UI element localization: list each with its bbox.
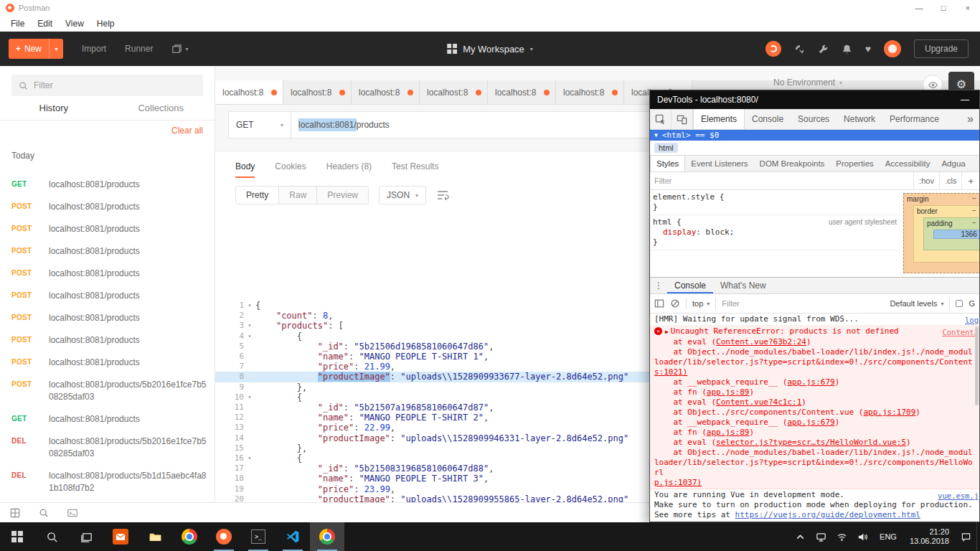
device-toolbar-button[interactable] — [672, 109, 693, 129]
source-link[interactable]: app.js:679 — [787, 377, 834, 387]
source-link[interactable]: s:1021) — [654, 367, 687, 377]
history-item[interactable]: POSTlocalhost:8081/products — [0, 329, 215, 352]
workspace-selector[interactable]: My Workspace ▾ — [447, 44, 533, 55]
import-button[interactable]: Import — [82, 44, 106, 54]
history-item[interactable]: POSTlocalhost:8081/products/5b2016e1fce7… — [0, 374, 215, 408]
source-link[interactable]: selector.js?type=scr…ts/HelloWorld.vue:5 — [716, 438, 906, 447]
source-link[interactable]: Content.vue?4c1c:1 — [716, 397, 801, 407]
minimize-button[interactable]: — — [955, 95, 975, 105]
source-link[interactable]: https://vuejs.org/guide/deployment.html — [735, 510, 920, 519]
new-button[interactable]: + New ▾ — [9, 39, 63, 59]
new-dropdown-caret-icon[interactable]: ▾ — [49, 39, 63, 59]
source-link[interactable]: app.js:679 — [787, 418, 834, 427]
open-new-window-button[interactable]: ▾ — [171, 44, 188, 55]
interceptor-satellite-icon[interactable] — [794, 44, 805, 55]
history-item[interactable]: GETlocalhost:8081/products — [0, 408, 215, 430]
expand-stack-icon[interactable]: ▶ — [665, 329, 669, 335]
grid-panel-icon[interactable] — [10, 508, 20, 518]
history-item[interactable]: GETlocalhost:8081/products — [0, 174, 215, 196]
environment-selector[interactable]: No Environment ▾ — [773, 77, 842, 88]
source-link[interactable]: Content.vue?63b2:24 — [716, 337, 806, 347]
console-tab-what-s-new[interactable]: What's New — [713, 278, 773, 293]
styles-tab-styles[interactable]: Styles — [650, 156, 685, 171]
taskbar-terminal-button[interactable]: >_ — [241, 522, 275, 551]
close-button[interactable]: × — [956, 0, 980, 16]
response-tab-cookies[interactable]: Cookies — [275, 161, 306, 176]
history-item[interactable]: POSTlocalhost:8081/products — [0, 240, 215, 263]
request-tab[interactable]: localhost:8 — [352, 80, 420, 104]
taskbar-chrome-button[interactable] — [172, 522, 207, 551]
menu-view[interactable]: View — [59, 19, 90, 29]
log-levels-selector[interactable]: Default levels ▾ — [890, 299, 943, 308]
message-source-link[interactable]: vue.esm.j — [938, 491, 979, 501]
response-tab-test-results[interactable]: Test Results — [392, 161, 438, 176]
taskbar-search-button[interactable] — [34, 522, 69, 551]
message-source-link[interactable]: Content… — [942, 327, 979, 337]
execution-context-selector[interactable]: top ▾ — [692, 299, 710, 308]
history-item[interactable]: POSTlocalhost:8081/products — [0, 218, 215, 240]
clear-all-link[interactable]: Clear all — [171, 126, 203, 136]
more-tabs-icon[interactable]: » — [961, 109, 979, 129]
request-tab[interactable]: localhost:8 — [283, 80, 352, 104]
wrench-icon[interactable] — [818, 44, 829, 55]
devtools-tab-network[interactable]: Network — [837, 109, 882, 129]
new-style-rule-button[interactable]: + — [961, 172, 979, 189]
console-tab-console[interactable]: Console — [667, 278, 713, 293]
view-mode-pretty[interactable]: Pretty — [236, 187, 279, 204]
history-item[interactable]: DELlocalhost:8081/products/5b2016e1fce7b… — [0, 430, 215, 465]
history-item[interactable]: POSTlocalhost:8081/products — [0, 196, 215, 218]
history-item[interactable]: POSTlocalhost:8081/products — [0, 285, 215, 307]
tray-clock[interactable]: 21:20 13.06.2018 — [903, 522, 956, 551]
history-item[interactable]: POSTlocalhost:8081/products — [0, 263, 215, 285]
inspect-element-button[interactable] — [650, 109, 672, 129]
language-selector[interactable]: JSON ▾ — [379, 186, 426, 204]
taskbar-postman-button[interactable] — [207, 522, 241, 551]
styles-tab-dom-breakpoints[interactable]: DOM Breakpoints — [754, 156, 831, 171]
style-rule[interactable]: user agent stylesheet html { display: bl… — [650, 215, 900, 250]
view-mode-raw[interactable]: Raw — [279, 187, 317, 204]
upgrade-button[interactable]: Upgrade — [914, 39, 969, 58]
menu-edit[interactable]: Edit — [31, 19, 59, 29]
console-sidebar-icon[interactable] — [654, 298, 664, 309]
history-item[interactable]: POSTlocalhost:8081/products — [0, 352, 215, 374]
request-tab[interactable]: localhost:8 — [488, 80, 556, 104]
response-tab-body[interactable]: Body — [235, 161, 255, 178]
css-property-name[interactable]: display — [663, 227, 696, 237]
clear-console-icon[interactable] — [670, 298, 680, 309]
styles-tab-accessibility[interactable]: Accessibility — [880, 156, 936, 171]
response-tab-headers-8-[interactable]: Headers (8) — [326, 161, 372, 176]
taskbar-mail-button[interactable] — [103, 522, 138, 551]
request-tab[interactable]: localhost:8 — [420, 80, 488, 104]
tab-collections[interactable]: Collections — [108, 96, 215, 120]
breadcrumb[interactable]: html — [654, 143, 678, 153]
show-desktop-button[interactable] — [976, 522, 980, 551]
tray-volume-icon[interactable] — [852, 522, 873, 551]
request-tab[interactable]: localhost:8 — [215, 80, 283, 104]
history-section-label[interactable]: Today — [0, 141, 215, 165]
wrap-lines-icon[interactable] — [436, 189, 449, 202]
menu-file[interactable]: File — [4, 19, 31, 29]
devtools-tab-console[interactable]: Console — [745, 109, 791, 129]
sync-icon[interactable] — [765, 41, 781, 57]
console-icon[interactable] — [67, 508, 77, 518]
group-similar-checkbox[interactable] — [956, 300, 963, 307]
message-source-link[interactable]: log — [965, 315, 979, 325]
runner-button[interactable]: Runner — [125, 44, 153, 54]
menu-help[interactable]: Help — [90, 19, 121, 29]
devtools-titlebar[interactable]: DevTools - localhost:8080/ — — [650, 90, 979, 109]
source-link[interactable]: app.js:1709 — [863, 408, 915, 417]
console-filter-input[interactable]: Filter — [722, 299, 884, 308]
tray-language[interactable]: ENG — [873, 522, 903, 551]
history-item[interactable]: DELlocalhost:8081/products/5b1d15aebc4fa… — [0, 465, 215, 499]
styles-filter-input[interactable]: Filter — [654, 176, 913, 185]
taskbar-vscode-button[interactable] — [275, 522, 310, 551]
request-tab[interactable]: localhost:8 — [556, 80, 624, 104]
style-rule[interactable]: element.style { } — [650, 190, 900, 215]
devtools-tab-elements[interactable]: Elements — [693, 109, 745, 129]
scrollbar[interactable] — [975, 326, 979, 405]
minimize-button[interactable]: — — [907, 0, 931, 16]
styles-tab-properties[interactable]: Properties — [830, 156, 879, 171]
avatar[interactable] — [884, 40, 901, 57]
method-selector[interactable]: GET ▾ — [228, 111, 291, 138]
action-center-icon[interactable] — [956, 522, 976, 551]
